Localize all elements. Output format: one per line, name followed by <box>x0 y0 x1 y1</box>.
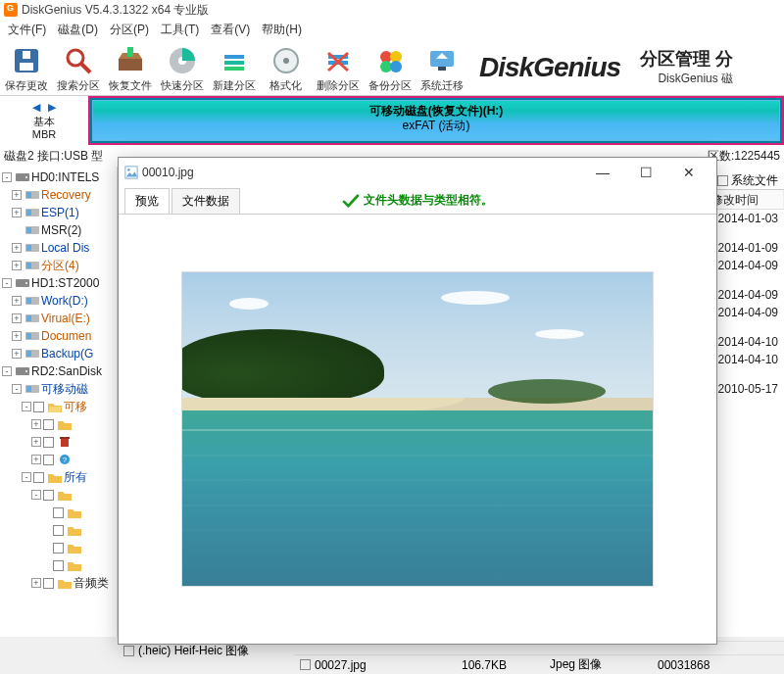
tree-twisty-icon[interactable]: + <box>31 578 41 588</box>
filter-sys-checkbox[interactable] <box>717 175 728 186</box>
tree-twisty-icon[interactable]: - <box>2 366 12 376</box>
close-button[interactable]: ✕ <box>667 159 710 186</box>
part-icon <box>25 330 39 342</box>
toolbtn-migrate[interactable]: 系统迁移 <box>416 40 467 95</box>
tree-twisty-icon[interactable]: - <box>31 490 41 500</box>
toolbtn-recover[interactable]: 恢复文件 <box>104 40 156 95</box>
tree-checkbox[interactable] <box>43 490 54 501</box>
menu-item-5[interactable]: 帮助(H) <box>256 22 308 38</box>
tree-checkbox[interactable] <box>53 525 64 536</box>
toolbtn-quick[interactable]: 快速分区 <box>156 40 208 95</box>
tree-node-20[interactable] <box>0 521 117 539</box>
tree-checkbox[interactable] <box>53 507 64 518</box>
tree-node-13[interactable]: -可移 <box>0 398 117 415</box>
tree-checkbox[interactable] <box>43 578 54 589</box>
row-checkbox[interactable] <box>123 646 134 656</box>
tab-preview[interactable]: 预览 <box>124 188 170 214</box>
menu-item-0[interactable]: 文件(F) <box>2 22 52 38</box>
tree-twisty-icon[interactable]: + <box>12 331 22 341</box>
minimize-button[interactable]: — <box>581 159 624 186</box>
bottom-row-27[interactable]: 00027.jpg 106.7KB Jpeg 图像 00031868 <box>294 654 784 674</box>
svg-point-14 <box>283 58 289 64</box>
tree-twisty-icon[interactable]: + <box>12 190 22 200</box>
tree-node-3[interactable]: MSR(2) <box>0 221 117 239</box>
tree-twisty-icon[interactable]: - <box>12 384 22 394</box>
tree-checkbox[interactable] <box>53 543 64 554</box>
tree-node-11[interactable]: -RD2:SanDisk <box>0 362 117 380</box>
tree-node-14[interactable]: + <box>0 415 117 433</box>
tree-node-9[interactable]: +Documen <box>0 327 117 345</box>
tree-twisty-icon[interactable]: - <box>22 472 31 482</box>
tree-node-19[interactable] <box>0 504 117 521</box>
tree-twisty-icon[interactable]: + <box>12 208 22 217</box>
hdd-icon <box>16 171 29 183</box>
row-checkbox[interactable] <box>300 659 311 670</box>
tree-twisty-icon[interactable]: + <box>12 261 22 270</box>
part-icon <box>25 383 39 395</box>
svg-point-56 <box>127 168 130 171</box>
help-icon: ? <box>58 454 72 465</box>
tree-checkbox[interactable] <box>43 455 54 465</box>
cell-modified: 2014-01-03 <box>718 212 778 225</box>
tree-twisty-icon[interactable]: + <box>31 437 41 447</box>
toolbtn-format[interactable]: 格式化 <box>260 40 312 95</box>
tree-node-2[interactable]: +ESP(1) <box>0 204 117 221</box>
tree-node-23[interactable]: +音频类 <box>0 574 117 592</box>
tree-checkbox[interactable] <box>33 402 44 412</box>
tree-twisty-icon[interactable]: + <box>12 313 22 323</box>
tree-label: Work(D:) <box>41 294 88 308</box>
disk-map[interactable]: 可移动磁盘(恢复文件)(H:) exFAT (活动) <box>88 96 784 145</box>
app-logo-icon <box>4 3 18 17</box>
tree-twisty-icon[interactable]: - <box>22 402 31 411</box>
tree-node-18[interactable]: - <box>0 486 117 504</box>
tree-twisty-icon[interactable]: + <box>12 243 22 253</box>
tree-twisty-icon[interactable]: - <box>2 278 12 288</box>
tree-node-16[interactable]: +? <box>0 451 117 468</box>
tree-checkbox[interactable] <box>53 560 64 571</box>
nav-prev-icon[interactable]: ◀ <box>29 100 43 114</box>
menu-item-2[interactable]: 分区(P) <box>104 22 155 38</box>
tree-node-8[interactable]: +Virual(E:) <box>0 310 117 327</box>
tree-node-15[interactable]: + <box>0 433 117 451</box>
menu-item-3[interactable]: 工具(T) <box>155 22 205 38</box>
toolbtn-delete[interactable]: 删除分区 <box>312 40 364 95</box>
tree-node-5[interactable]: +分区(4) <box>0 257 117 274</box>
preview-titlebar[interactable]: 00010.jpg — ☐ ✕ <box>119 158 716 187</box>
tree-node-6[interactable]: -HD1:ST2000 <box>0 274 117 292</box>
tree-label: Documen <box>41 329 91 343</box>
tree-node-1[interactable]: +Recovery <box>0 186 117 204</box>
tree-twisty-icon[interactable]: - <box>2 172 12 182</box>
nav-next-icon[interactable]: ▶ <box>45 100 59 114</box>
tree-checkbox[interactable] <box>33 472 44 483</box>
tree-node-4[interactable]: +Local Dis <box>0 239 117 257</box>
toolbtn-backup[interactable]: 备份分区 <box>364 40 416 95</box>
disk-tree[interactable]: -HD0:INTELS+Recovery+ESP(1)MSR(2)+Local … <box>0 167 118 637</box>
menu-item-1[interactable]: 磁盘(D) <box>52 22 104 38</box>
tree-checkbox[interactable] <box>43 437 54 448</box>
tree-node-10[interactable]: +Backup(G <box>0 345 117 362</box>
tab-filedata[interactable]: 文件数据 <box>172 188 240 214</box>
tree-label: Backup(G <box>41 347 93 361</box>
tree-node-7[interactable]: +Work(D:) <box>0 292 117 310</box>
col-modified[interactable]: 修改时间 <box>706 190 784 209</box>
toolbtn-new[interactable]: 新建分区 <box>208 40 260 95</box>
tree-twisty-icon[interactable]: + <box>31 419 41 429</box>
fld-icon <box>58 418 72 430</box>
row-name: (.heic) Heif-Heic 图像 <box>138 643 249 659</box>
maximize-button[interactable]: ☐ <box>624 159 667 186</box>
tree-checkbox[interactable] <box>43 419 54 430</box>
svg-line-4 <box>81 64 90 72</box>
tree-twisty-icon[interactable]: + <box>12 349 22 359</box>
tree-node-17[interactable]: -所有 <box>0 468 117 486</box>
menu-item-4[interactable]: 查看(V) <box>205 22 256 38</box>
tree-node-12[interactable]: -可移动磁 <box>0 380 117 398</box>
tree-node-22[interactable] <box>0 556 117 574</box>
svg-point-48 <box>25 370 27 372</box>
toolbtn-search[interactable]: 搜索分区 <box>52 40 104 95</box>
toolbtn-save[interactable]: 保存更改 <box>0 40 52 95</box>
tree-node-0[interactable]: -HD0:INTELS <box>0 168 117 186</box>
tree-twisty-icon[interactable]: + <box>31 455 41 464</box>
toolbar: 保存更改搜索分区恢复文件快速分区新建分区格式化删除分区备份分区系统迁移 Disk… <box>0 39 784 96</box>
tree-twisty-icon[interactable]: + <box>12 296 22 306</box>
tree-node-21[interactable] <box>0 539 117 556</box>
